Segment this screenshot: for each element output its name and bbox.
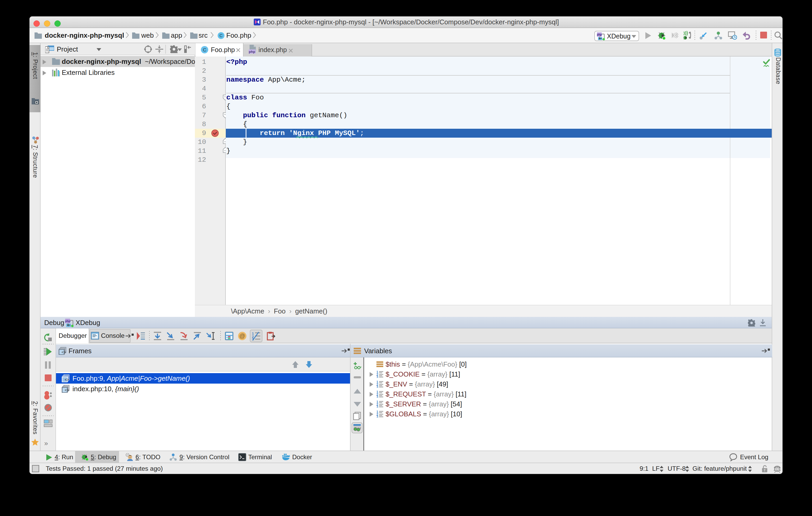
svg-text:php: php <box>65 319 70 323</box>
svg-text:3: 3 <box>376 385 378 388</box>
svg-text:php: php <box>249 50 255 54</box>
svg-text:<>: <> <box>65 378 69 382</box>
svg-text:C: C <box>203 47 206 53</box>
svg-text:<>: <> <box>65 388 69 393</box>
svg-text:C: C <box>220 33 223 38</box>
svg-text:3: 3 <box>376 395 378 398</box>
svg-text:3: 3 <box>376 405 378 408</box>
svg-text:3: 3 <box>376 375 378 378</box>
svg-text:3: 3 <box>376 415 378 418</box>
svg-text:php: php <box>597 33 602 36</box>
svg-text:<>: <> <box>61 350 66 354</box>
svg-text:T: T <box>763 468 766 472</box>
svg-text:@: @ <box>239 333 245 339</box>
